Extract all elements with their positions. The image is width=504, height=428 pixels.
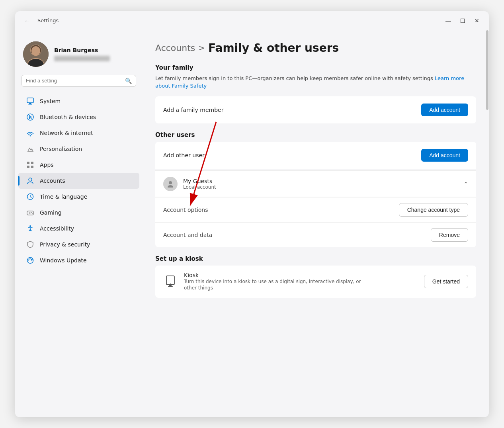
system-icon: [26, 97, 34, 105]
nav-personalization-label: Personalization: [40, 146, 82, 152]
nav-windows-update-label: Windows Update: [40, 257, 87, 264]
accounts-icon: [26, 177, 34, 185]
search-icon: 🔍: [125, 78, 132, 84]
nav-windows-update[interactable]: Windows Update: [18, 252, 139, 268]
account-options-container: Account options Change account type Acco…: [155, 197, 476, 247]
search-box[interactable]: 🔍: [21, 75, 136, 87]
main-content: Accounts > Family & other users Your fam…: [143, 30, 489, 309]
add-family-button[interactable]: Add account: [421, 104, 468, 116]
kiosk-name: Kiosk: [184, 272, 367, 278]
kiosk-section: Set up a kiosk Kiosk Turn this device in…: [155, 255, 476, 298]
kiosk-card: Kiosk Turn this device into a kiosk to u…: [155, 266, 476, 298]
sidebar: Brian Burgess 🔍 System Bluetoo: [15, 30, 143, 417]
nav-system[interactable]: System: [18, 93, 139, 109]
nav-accessibility-label: Accessibility: [40, 225, 74, 232]
apps-icon: [26, 161, 34, 169]
svg-rect-6: [27, 98, 33, 103]
kiosk-title: Set up a kiosk: [155, 255, 476, 262]
svg-rect-25: [168, 286, 173, 287]
update-icon: [26, 256, 34, 264]
nav-network-label: Network & internet: [40, 130, 93, 136]
scrollbar-thumb: [486, 30, 488, 110]
your-family-title: Your family: [155, 64, 476, 71]
window-title: Settings: [37, 18, 59, 23]
your-family-desc: Let family members sign in to this PC—or…: [155, 74, 476, 90]
guest-user-info: My Guests Local account: [183, 178, 463, 190]
kiosk-icon: [163, 274, 178, 289]
change-account-type-button[interactable]: Change account type: [399, 203, 468, 217]
add-other-button[interactable]: Add account: [421, 149, 468, 162]
add-family-card: Add a family member Add account: [155, 96, 476, 123]
svg-rect-24: [169, 285, 172, 286]
kiosk-row: Kiosk Turn this device into a kiosk to u…: [155, 266, 476, 298]
nav-time-label: Time & language: [40, 193, 87, 200]
chevron-up-icon[interactable]: ⌃: [463, 181, 468, 187]
svg-point-22: [169, 181, 172, 184]
avatar: [23, 41, 49, 67]
svg-point-21: [27, 257, 33, 263]
guest-user-row: My Guests Local account ⌃: [155, 170, 476, 197]
nav-gaming-label: Gaming: [40, 209, 62, 216]
guest-user-name: My Guests: [183, 178, 463, 184]
add-family-label: Add a family member: [163, 107, 223, 113]
other-users-container: Add other user Add account: [155, 142, 476, 247]
nav-accounts-label: Accounts: [40, 178, 65, 184]
nav-gaming[interactable]: Gaming: [18, 205, 139, 221]
breadcrumb-parent: Accounts: [155, 43, 195, 53]
minimize-button[interactable]: —: [443, 15, 454, 26]
nav-system-label: System: [40, 98, 61, 104]
svg-point-18: [31, 212, 32, 213]
nav-time[interactable]: Time & language: [18, 189, 139, 205]
account-data-row: Account and data Remove: [155, 222, 476, 247]
svg-rect-14: [31, 166, 33, 168]
bluetooth-icon: [26, 113, 34, 121]
guest-user-type: Local account: [183, 184, 463, 190]
time-icon: [26, 193, 34, 201]
breadcrumb-current: Family & other users: [208, 41, 339, 55]
svg-rect-11: [27, 162, 29, 164]
remove-button[interactable]: Remove: [431, 228, 468, 242]
other-users-title: Other users: [155, 131, 476, 139]
kiosk-get-started-button[interactable]: Get started: [424, 275, 468, 288]
svg-rect-12: [31, 162, 33, 164]
network-icon: [26, 129, 34, 137]
close-button[interactable]: ✕: [471, 15, 483, 26]
breadcrumb: Accounts > Family & other users: [155, 41, 476, 55]
accessibility-icon: [26, 225, 34, 233]
maximize-button[interactable]: ❑: [457, 15, 468, 26]
user-info: Brian Burgess: [54, 47, 110, 61]
gaming-icon: [26, 209, 34, 217]
search-input[interactable]: [26, 78, 122, 84]
breadcrumb-sep: >: [198, 43, 205, 53]
nav-privacy[interactable]: Privacy & security: [18, 236, 139, 252]
kiosk-left: Kiosk Turn this device into a kiosk to u…: [163, 272, 367, 292]
add-other-label: Add other user: [163, 152, 205, 158]
personalization-icon: [26, 145, 34, 153]
kiosk-text: Kiosk Turn this device into a kiosk to u…: [184, 272, 367, 292]
guest-user-item[interactable]: My Guests Local account ⌃: [155, 171, 476, 197]
svg-point-4: [31, 46, 40, 56]
user-profile: Brian Burgess: [15, 35, 143, 75]
nav-bluetooth[interactable]: Bluetooth & devices: [18, 109, 139, 125]
add-other-row: Add other user Add account: [155, 142, 476, 169]
svg-point-10: [30, 135, 31, 136]
account-data-label: Account and data: [163, 232, 212, 238]
back-button[interactable]: ←: [21, 15, 33, 26]
user-email: [54, 56, 110, 61]
nav-accessibility[interactable]: Accessibility: [18, 221, 139, 236]
svg-point-9: [27, 114, 33, 120]
add-other-card: Add other user Add account: [155, 142, 476, 169]
svg-point-20: [29, 225, 31, 227]
nav-bluetooth-label: Bluetooth & devices: [40, 114, 96, 120]
nav-network[interactable]: Network & internet: [18, 125, 139, 141]
nav-personalization[interactable]: Personalization: [18, 141, 139, 157]
scrollbar-track[interactable]: [486, 30, 489, 417]
window-controls: — ❑ ✕: [443, 15, 483, 26]
nav-apps-label: Apps: [40, 162, 54, 168]
nav-apps[interactable]: Apps: [18, 157, 139, 173]
add-family-row: Add a family member Add account: [155, 96, 476, 123]
nav-accounts[interactable]: Accounts: [18, 173, 139, 189]
kiosk-description: Turn this device into a kiosk to use as …: [184, 278, 367, 292]
user-name: Brian Burgess: [54, 47, 110, 53]
account-options-row: Account options Change account type: [155, 197, 476, 222]
